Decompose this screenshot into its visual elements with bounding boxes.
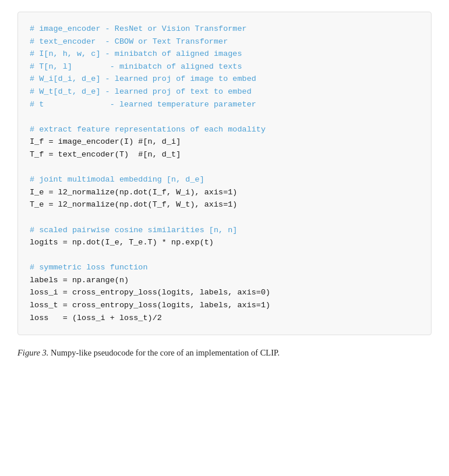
code-block: # image_encoder - ResNet or Vision Trans… bbox=[17, 12, 432, 335]
code-line: I_f = image_encoder(I) #[n, d_i] bbox=[30, 137, 181, 146]
main-container: # image_encoder - ResNet or Vision Trans… bbox=[17, 12, 432, 360]
code-line: I_e = l2_normalize(np.dot(I_f, W_i), axi… bbox=[30, 188, 237, 197]
code-comment: # symmetric loss function bbox=[30, 263, 148, 272]
code-comment: # scaled pairwise cosine similarities [n… bbox=[30, 226, 237, 235]
code-line: loss_t = cross_entropy_loss(logits, labe… bbox=[30, 301, 270, 310]
code-comment: # joint multimodal embedding [n, d_e] bbox=[30, 175, 204, 184]
code-comment: # text_encoder - CBOW or Text Transforme… bbox=[30, 37, 228, 46]
figure-caption: Figure 3. Numpy-like pseudocode for the … bbox=[17, 347, 432, 360]
code-comment: # extract feature representations of eac… bbox=[30, 125, 266, 134]
code-line: loss_i = cross_entropy_loss(logits, labe… bbox=[30, 288, 270, 297]
code-line: labels = np.arange(n) bbox=[30, 276, 129, 285]
code-comment: # image_encoder - ResNet or Vision Trans… bbox=[30, 24, 247, 33]
code-line: logits = np.dot(I_e, T_e.T) * np.exp(t) bbox=[30, 238, 214, 247]
code-line: loss = (loss_i + loss_t)/2 bbox=[30, 314, 162, 322]
code-comment: # W_i[d_i, d_e] - learned proj of image … bbox=[30, 74, 256, 83]
code-comment: # I[n, h, w, c] - minibatch of aligned i… bbox=[30, 49, 242, 58]
code-comment: # T[n, l] - minibatch of aligned texts bbox=[30, 62, 242, 71]
code-line: T_e = l2_normalize(np.dot(T_f, W_t), axi… bbox=[30, 200, 237, 209]
caption-text: Numpy-like pseudocode for the core of an… bbox=[48, 348, 280, 357]
figure-label: Figure 3. bbox=[17, 348, 48, 357]
code-comment: # W_t[d_t, d_e] - learned proj of text t… bbox=[30, 87, 252, 96]
code-comment: # t - learned temperature parameter bbox=[30, 100, 256, 109]
code-line: T_f = text_encoder(T) #[n, d_t] bbox=[30, 150, 181, 159]
